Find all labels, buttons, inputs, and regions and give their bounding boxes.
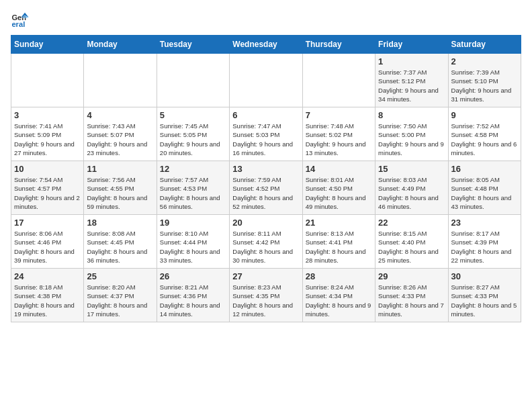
calendar-cell: 30Sunrise: 8:27 AM Sunset: 4:33 PM Dayli… xyxy=(448,269,521,322)
day-number: 22 xyxy=(378,218,445,228)
logo-icon: Gen eral xyxy=(11,11,30,30)
header: Gen eral xyxy=(11,11,521,30)
day-number: 12 xyxy=(160,164,226,174)
calendar-cell xyxy=(84,54,157,107)
calendar-cell: 26Sunrise: 8:21 AM Sunset: 4:36 PM Dayli… xyxy=(157,269,229,322)
calendar-cell: 4Sunrise: 7:43 AM Sunset: 5:07 PM Daylig… xyxy=(84,107,157,161)
calendar-cell: 19Sunrise: 8:10 AM Sunset: 4:44 PM Dayli… xyxy=(157,215,229,269)
day-info: Sunrise: 7:45 AM Sunset: 5:05 PM Dayligh… xyxy=(160,122,226,157)
calendar-header-row: SundayMondayTuesdayWednesdayThursdayFrid… xyxy=(11,36,521,54)
calendar-cell: 18Sunrise: 8:08 AM Sunset: 4:45 PM Dayli… xyxy=(84,215,157,269)
calendar-week-row: 1Sunrise: 7:37 AM Sunset: 5:12 PM Daylig… xyxy=(11,54,521,107)
calendar-cell: 20Sunrise: 8:11 AM Sunset: 4:42 PM Dayli… xyxy=(230,215,302,269)
day-number: 23 xyxy=(451,218,518,228)
calendar-cell: 14Sunrise: 8:01 AM Sunset: 4:50 PM Dayli… xyxy=(302,161,375,215)
calendar-cell: 2Sunrise: 7:39 AM Sunset: 5:10 PM Daylig… xyxy=(448,54,521,107)
header-saturday: Saturday xyxy=(448,36,521,54)
calendar-cell: 11Sunrise: 7:56 AM Sunset: 4:55 PM Dayli… xyxy=(84,161,157,215)
day-number: 14 xyxy=(306,164,372,174)
day-info: Sunrise: 7:43 AM Sunset: 5:07 PM Dayligh… xyxy=(87,122,153,157)
calendar-cell: 8Sunrise: 7:50 AM Sunset: 5:00 PM Daylig… xyxy=(375,107,448,161)
calendar-cell: 3Sunrise: 7:41 AM Sunset: 5:09 PM Daylig… xyxy=(11,107,84,161)
day-info: Sunrise: 8:21 AM Sunset: 4:36 PM Dayligh… xyxy=(160,283,226,318)
logo: Gen eral xyxy=(11,11,32,30)
day-number: 5 xyxy=(160,110,226,120)
calendar-cell: 21Sunrise: 8:13 AM Sunset: 4:41 PM Dayli… xyxy=(302,215,375,269)
calendar-cell: 28Sunrise: 8:24 AM Sunset: 4:34 PM Dayli… xyxy=(302,269,375,322)
day-number: 1 xyxy=(378,56,445,66)
calendar-week-row: 3Sunrise: 7:41 AM Sunset: 5:09 PM Daylig… xyxy=(11,107,521,161)
calendar-week-row: 10Sunrise: 7:54 AM Sunset: 4:57 PM Dayli… xyxy=(11,161,521,215)
day-info: Sunrise: 8:11 AM Sunset: 4:42 PM Dayligh… xyxy=(232,229,299,265)
day-number: 18 xyxy=(87,218,153,228)
calendar-cell: 1Sunrise: 7:37 AM Sunset: 5:12 PM Daylig… xyxy=(375,54,448,107)
day-number: 26 xyxy=(160,271,226,281)
day-info: Sunrise: 7:47 AM Sunset: 5:03 PM Dayligh… xyxy=(232,122,299,157)
day-info: Sunrise: 8:06 AM Sunset: 4:46 PM Dayligh… xyxy=(14,229,81,265)
day-number: 6 xyxy=(232,110,299,120)
day-info: Sunrise: 8:20 AM Sunset: 4:37 PM Dayligh… xyxy=(87,283,153,318)
day-info: Sunrise: 7:57 AM Sunset: 4:53 PM Dayligh… xyxy=(160,175,226,211)
day-number: 25 xyxy=(87,271,153,281)
day-info: Sunrise: 7:52 AM Sunset: 4:58 PM Dayligh… xyxy=(451,122,518,157)
day-number: 13 xyxy=(232,164,299,174)
day-number: 4 xyxy=(87,110,153,120)
calendar-table: SundayMondayTuesdayWednesdayThursdayFrid… xyxy=(11,35,521,322)
calendar-cell xyxy=(11,54,84,107)
day-number: 24 xyxy=(14,271,81,281)
day-info: Sunrise: 8:05 AM Sunset: 4:48 PM Dayligh… xyxy=(451,175,518,211)
day-info: Sunrise: 8:27 AM Sunset: 4:33 PM Dayligh… xyxy=(451,283,518,318)
calendar-cell xyxy=(157,54,229,107)
calendar-cell: 10Sunrise: 7:54 AM Sunset: 4:57 PM Dayli… xyxy=(11,161,84,215)
day-info: Sunrise: 8:08 AM Sunset: 4:45 PM Dayligh… xyxy=(87,229,153,265)
calendar-cell: 27Sunrise: 8:23 AM Sunset: 4:35 PM Dayli… xyxy=(230,269,302,322)
day-info: Sunrise: 7:59 AM Sunset: 4:52 PM Dayligh… xyxy=(232,175,299,211)
calendar-cell: 16Sunrise: 8:05 AM Sunset: 4:48 PM Dayli… xyxy=(448,161,521,215)
calendar-cell xyxy=(230,54,302,107)
calendar-cell: 17Sunrise: 8:06 AM Sunset: 4:46 PM Dayli… xyxy=(11,215,84,269)
day-info: Sunrise: 8:24 AM Sunset: 4:34 PM Dayligh… xyxy=(306,283,372,318)
day-number: 29 xyxy=(378,271,445,281)
day-info: Sunrise: 7:50 AM Sunset: 5:00 PM Dayligh… xyxy=(378,122,445,157)
calendar-cell: 13Sunrise: 7:59 AM Sunset: 4:52 PM Dayli… xyxy=(230,161,302,215)
calendar-cell: 24Sunrise: 8:18 AM Sunset: 4:38 PM Dayli… xyxy=(11,269,84,322)
day-number: 3 xyxy=(14,110,81,120)
day-info: Sunrise: 7:37 AM Sunset: 5:12 PM Dayligh… xyxy=(378,68,445,103)
day-number: 20 xyxy=(232,218,299,228)
day-info: Sunrise: 8:18 AM Sunset: 4:38 PM Dayligh… xyxy=(14,283,81,318)
day-info: Sunrise: 8:03 AM Sunset: 4:49 PM Dayligh… xyxy=(378,175,445,211)
calendar-cell: 9Sunrise: 7:52 AM Sunset: 4:58 PM Daylig… xyxy=(448,107,521,161)
day-info: Sunrise: 8:15 AM Sunset: 4:40 PM Dayligh… xyxy=(378,229,445,265)
calendar-cell: 5Sunrise: 7:45 AM Sunset: 5:05 PM Daylig… xyxy=(157,107,229,161)
day-number: 21 xyxy=(306,218,372,228)
day-info: Sunrise: 8:17 AM Sunset: 4:39 PM Dayligh… xyxy=(451,229,518,265)
day-info: Sunrise: 7:54 AM Sunset: 4:57 PM Dayligh… xyxy=(14,175,81,211)
day-info: Sunrise: 8:13 AM Sunset: 4:41 PM Dayligh… xyxy=(306,229,372,265)
calendar-week-row: 17Sunrise: 8:06 AM Sunset: 4:46 PM Dayli… xyxy=(11,215,521,269)
calendar-cell: 29Sunrise: 8:26 AM Sunset: 4:33 PM Dayli… xyxy=(375,269,448,322)
day-number: 17 xyxy=(14,218,81,228)
day-number: 27 xyxy=(232,271,299,281)
day-number: 19 xyxy=(160,218,226,228)
day-number: 30 xyxy=(451,271,518,281)
calendar-cell: 25Sunrise: 8:20 AM Sunset: 4:37 PM Dayli… xyxy=(84,269,157,322)
day-number: 7 xyxy=(306,110,372,120)
calendar-week-row: 24Sunrise: 8:18 AM Sunset: 4:38 PM Dayli… xyxy=(11,269,521,322)
header-tuesday: Tuesday xyxy=(157,36,229,54)
header-friday: Friday xyxy=(375,36,448,54)
day-info: Sunrise: 8:10 AM Sunset: 4:44 PM Dayligh… xyxy=(160,229,226,265)
calendar-cell xyxy=(302,54,375,107)
calendar-cell: 23Sunrise: 8:17 AM Sunset: 4:39 PM Dayli… xyxy=(448,215,521,269)
calendar-cell: 22Sunrise: 8:15 AM Sunset: 4:40 PM Dayli… xyxy=(375,215,448,269)
day-info: Sunrise: 8:01 AM Sunset: 4:50 PM Dayligh… xyxy=(306,175,372,211)
header-sunday: Sunday xyxy=(11,36,84,54)
day-number: 8 xyxy=(378,110,445,120)
day-info: Sunrise: 8:23 AM Sunset: 4:35 PM Dayligh… xyxy=(232,283,299,318)
day-number: 10 xyxy=(14,164,81,174)
day-info: Sunrise: 7:41 AM Sunset: 5:09 PM Dayligh… xyxy=(14,122,81,157)
svg-text:eral: eral xyxy=(11,20,25,28)
header-wednesday: Wednesday xyxy=(230,36,302,54)
day-number: 15 xyxy=(378,164,445,174)
day-info: Sunrise: 7:48 AM Sunset: 5:02 PM Dayligh… xyxy=(306,122,372,157)
day-number: 11 xyxy=(87,164,153,174)
